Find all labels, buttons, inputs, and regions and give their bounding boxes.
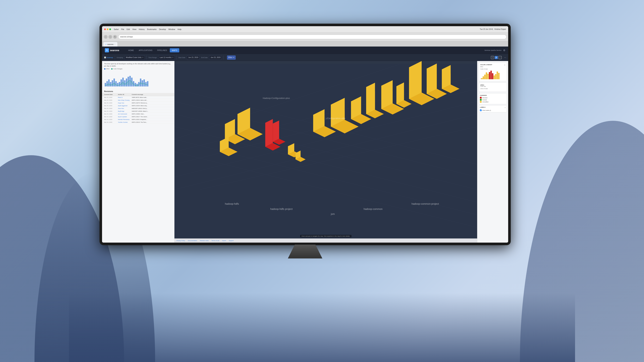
menu-safari[interactable]: Safari (114, 28, 119, 30)
legend-effort: Effort (104, 68, 110, 70)
logo-text: searone (110, 49, 119, 52)
time-range-select[interactable]: Last 12 months ▼ (158, 55, 174, 60)
svg-rect-22 (144, 79, 145, 86)
menu-develop[interactable]: Develop (159, 28, 166, 30)
changes-items: Decrease Increase Unmodified (480, 97, 506, 103)
settings-icon[interactable]: ⚙ (503, 49, 506, 52)
browser-address-bar[interactable]: searone.io/maps (118, 35, 506, 39)
browser-forward-button[interactable]: › (108, 35, 112, 39)
metric-select[interactable]: Effort ▼ (227, 55, 236, 60)
table-row[interactable]: Mar 25, 2020 BogPodge HADOOP-16936: Make… (102, 110, 174, 113)
end-date-select[interactable]: Jun 23, 2020 (209, 55, 222, 60)
chart-legend: Effort Code Changes (104, 68, 172, 70)
svg-marker-49 (265, 119, 273, 147)
table-row[interactable]: Mar 25, 2020 Zhao Ran HADOOP-16913: Emit… (102, 107, 174, 110)
monitor-frame: Safari File Edit View History Bookmarks … (100, 24, 510, 245)
browser-tab-active[interactable]: ● searone × (104, 42, 118, 46)
unmodified-color (480, 101, 482, 103)
labels-close[interactable]: × (505, 107, 506, 108)
menu-view[interactable]: View (132, 28, 136, 30)
row-author-3: Ayala Aggarwal (118, 105, 132, 106)
row-author-9: Yoshiko Gurdan (118, 121, 132, 123)
footer-docs[interactable]: Documentation (188, 240, 197, 241)
breadcrumb: 📊 Heatmap (104, 57, 113, 58)
table-row[interactable]: Mar 25, 2020 Jim Hulmowski HDFS-15306: C… (102, 113, 174, 115)
start-date-select[interactable]: Jun 23, 2019 (187, 55, 200, 60)
monitor-screen: Safari File Edit View History Bookmarks … (102, 26, 508, 243)
color-height-sub2: Code of Code (480, 68, 505, 70)
address-text: searone.io/maps (120, 36, 133, 38)
footer-support[interactable]: Support (229, 240, 234, 241)
expand-view-btn[interactable]: ⤢ (498, 56, 502, 59)
footer-privacy[interactable]: Privacy Policy (176, 240, 185, 241)
change-decrease: Decrease (480, 97, 506, 98)
footer-terms[interactable]: Terms of use (212, 240, 220, 241)
browser-refresh-button[interactable]: ↻ (113, 35, 117, 39)
table-row[interactable]: Mar 24, 2020 Yoshiko Gurdan HDFS-15215: … (102, 121, 174, 124)
mac-minimize-dot[interactable] (107, 28, 108, 30)
mac-menu-items: Safari File Edit View History Bookmarks … (114, 28, 181, 30)
nav-items: HOME APPLICATIONS PIPELINES MAPS (126, 48, 179, 52)
bar-3 (484, 75, 486, 79)
menu-help[interactable]: Help (178, 28, 182, 30)
svg-rect-1 (106, 81, 108, 86)
footer-import[interactable]: Import (222, 240, 226, 241)
row-date-8: Mar 24, 2020 (104, 119, 118, 120)
more-options-btn[interactable]: ⋯ (504, 56, 506, 59)
bar-4 (486, 72, 487, 79)
legend-effort-dot (104, 68, 106, 70)
grouping-select[interactable]: Modified Code Units ▼ (125, 55, 145, 60)
show-labels-checkbox[interactable] (480, 109, 482, 111)
revisions-title: Revisions (102, 89, 174, 93)
end-date-label: End Date (201, 57, 208, 58)
footer-release[interactable]: Release notes (200, 240, 209, 241)
tab-close-btn[interactable]: × (114, 43, 115, 45)
grouping-label: Grouping (117, 57, 123, 58)
list-view-btn[interactable]: ☰ (491, 56, 494, 59)
labels-panel: LABELS × Show Labels (J) (479, 105, 507, 112)
menu-window[interactable]: Window (168, 28, 175, 30)
mac-menubar: Safari File Edit View History Bookmarks … (102, 26, 508, 32)
table-row[interactable]: Mar 24, 2020 Nainital Fileswamp HDFS-152… (102, 118, 174, 121)
row-message-4: HADOOP-16913: Emit p... (132, 108, 172, 109)
row-message-3: HDFS-15154: Allow only... (132, 105, 172, 106)
decrease-label: Decrease (482, 97, 488, 98)
nav-maps[interactable]: MAPS (170, 48, 179, 52)
table-row[interactable]: Mar 25, 2020 Ayala Aggarwal HDFS-15154: … (102, 104, 174, 107)
table-row[interactable]: Mar 24, 2020 Ayush Updater HDFS-15317: T… (102, 115, 174, 118)
nav-home[interactable]: HOME (126, 48, 136, 52)
bar-6-red (489, 72, 490, 79)
menu-history[interactable]: History (139, 28, 144, 30)
nav-applications[interactable]: APPLICATIONS (137, 48, 154, 52)
menu-edit[interactable]: Edit (126, 28, 130, 30)
mac-close-dot[interactable] (104, 28, 106, 30)
color-height-title: COLOR & HEIGHT (480, 64, 492, 65)
svg-text:Hadoop-Configuration-plus: Hadoop-Configuration-plus (263, 97, 290, 99)
grouping-dropdown-arrow: ▼ (142, 57, 144, 58)
table-row[interactable]: Mar 25, 2020 Rami G YARN-9676: Allow mul… (102, 96, 174, 99)
bar-2 (483, 76, 484, 79)
menu-bookmarks[interactable]: Bookmarks (147, 28, 156, 30)
map-area[interactable]: hadoop-hdfs hadoop-hdfs project jvm hado… (174, 61, 477, 243)
row-date-6: Mar 25, 2020 (104, 113, 118, 115)
row-date-0: Mar 25, 2020 (104, 97, 118, 98)
breadcrumb-maps[interactable]: 📊 (104, 57, 106, 58)
panel-header: The time spent by all developers working… (102, 61, 174, 72)
mac-system-info: Tue 23 Jun 19:41 Kristina Orpper (480, 28, 506, 30)
table-row[interactable]: Mar 25, 2020 Wan-Shay Chuang HDFS-15224:… (102, 99, 174, 102)
change-unmodified: Unmodified (480, 101, 506, 103)
mac-maximize-dot[interactable] (109, 28, 111, 30)
svg-rect-7 (117, 83, 118, 86)
browser-back-button[interactable]: ‹ (104, 35, 108, 39)
bar-11 (496, 71, 498, 79)
table-row[interactable]: Mar 25, 2020 Hugo Gao HDFS-15275: Remove… (102, 102, 174, 104)
col-author: Author ID (118, 94, 132, 95)
row-message-7: HDFS-15317: The owner... (132, 116, 172, 117)
browser-nav-buttons: ‹ › ↻ (104, 35, 117, 39)
color-height-close[interactable]: × (504, 64, 505, 66)
nav-pipelines[interactable]: PIPELINES (155, 48, 169, 52)
row-message-6: HDFS-15306: Clien... (132, 113, 172, 115)
map-svg: hadoop-hdfs hadoop-hdfs project jvm hado… (174, 61, 477, 243)
grid-view-btn[interactable]: ⊞ (495, 56, 498, 59)
menu-file[interactable]: File (121, 28, 124, 30)
